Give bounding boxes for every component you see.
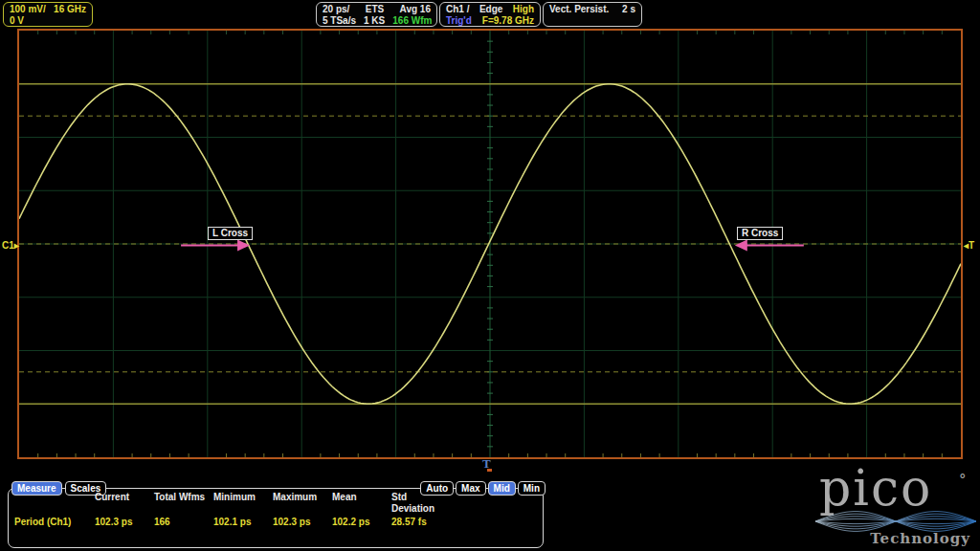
pico-technology-logo: pico ° Technology (815, 473, 976, 549)
sample-rate: 5 TSa/s (323, 15, 356, 27)
value-minimum: 102.1 ps (213, 517, 273, 528)
measure-panel: Measure Scales Auto Max Mid Min Current … (8, 488, 544, 548)
persistence-label: Vect. Persist. (549, 4, 609, 15)
trigger-type: Edge (479, 4, 502, 15)
col-minimum: Minimum (213, 492, 273, 515)
logo-brand-text: pico (819, 463, 932, 513)
col-maximum: Maximum (273, 492, 332, 515)
channel1-position-marker[interactable]: C1▸ (2, 240, 19, 251)
value-mean: 102.2 ps (332, 517, 391, 528)
right-cross-marker-label: R Cross (737, 227, 783, 240)
persistence-settings-box[interactable]: Vect. Persist. 2 s (543, 2, 642, 27)
timebase-settings-box[interactable]: 20 ps/ ETS Avg 16 5 TSa/s 1 KS 166 Wfm (316, 2, 437, 27)
channel-offset: 0 V (10, 15, 24, 27)
channel-bandwidth: 16 GHz (54, 4, 86, 15)
trigger-position-marker[interactable]: T (482, 458, 491, 469)
measurements-table: Current Total Wfms Minimum Maximum Mean … (14, 492, 539, 528)
measurements-header-row: Current Total Wfms Minimum Maximum Mean … (14, 492, 539, 515)
left-cross-marker-label: L Cross (208, 227, 253, 240)
value-total-wfms: 166 (154, 517, 213, 528)
measurement-row-period: Period (Ch1) 102.3 ps 166 102.1 ps 102.3… (14, 517, 539, 528)
value-maximum: 102.3 ps (273, 517, 332, 528)
col-std-deviation: Std Deviation (391, 492, 451, 515)
col-mean: Mean (332, 492, 391, 515)
trigger-frequency: F=9.78 GHz (482, 15, 534, 27)
persistence-value: 2 s (622, 4, 635, 15)
value-std-deviation: 28.57 fs (391, 517, 451, 528)
oscilloscope-screen: 100 mV/ 16 GHz 0 V 20 ps/ ETS Avg 16 5 T… (0, 0, 980, 551)
timebase-mode: ETS (366, 4, 384, 15)
trigger-position-tick (487, 469, 492, 472)
measurement-name: Period (Ch1) (14, 517, 95, 528)
trigger-status: Trig'd (446, 15, 472, 27)
channel-scale: 100 mV/ (10, 4, 46, 15)
logo-subtitle-text: Technology (870, 530, 970, 547)
trigger-level: High (513, 4, 534, 15)
trigger-source: Ch1 / (446, 4, 469, 15)
col-total-wfms: Total Wfms (154, 492, 213, 515)
waveform-count: 166 Wfm (392, 15, 432, 27)
trigger-level-marker[interactable]: ◂T (964, 240, 974, 251)
logo-registered-mark: ° (959, 471, 967, 488)
graticule-and-trace (19, 31, 961, 457)
timebase-scale: 20 ps/ (323, 4, 349, 15)
waveform-display: L Cross R Cross (19, 31, 961, 457)
col-current: Current (95, 492, 154, 515)
timebase-averaging: Avg 16 (400, 4, 431, 15)
record-length: 1 KS (364, 15, 385, 27)
value-current: 102.3 ps (95, 517, 154, 528)
trigger-settings-box[interactable]: Ch1 / Edge High Trig'd F=9.78 GHz (439, 2, 541, 27)
channel1-settings-box[interactable]: 100 mV/ 16 GHz 0 V (3, 2, 93, 27)
